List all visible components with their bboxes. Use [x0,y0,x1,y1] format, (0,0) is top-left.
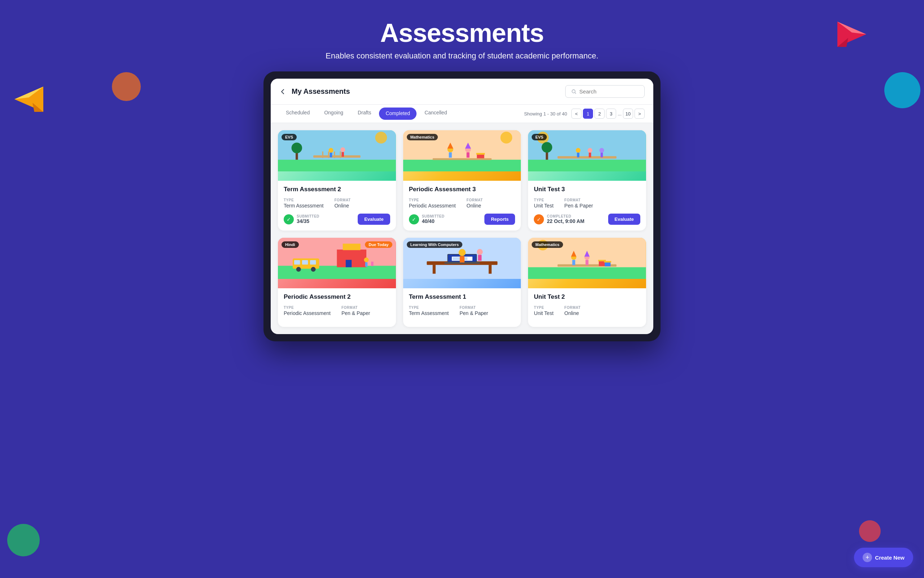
back-arrow-icon [279,88,286,95]
svg-point-43 [600,148,604,153]
card-5-type-value: Term Assessment [409,310,449,316]
card-6-format-block: FORMAT Online [564,305,581,316]
card-1-action-btn[interactable]: Evaluate [358,214,390,225]
card-2-status-value: 40/40 [422,218,445,224]
card-1-status-icon: ✓ [284,214,294,224]
card-3: EVS Unit Test 3 TYPE Unit Test FORMAT Pe… [528,130,646,231]
pagination-prev[interactable]: < [571,109,581,119]
tab-drafts[interactable]: Drafts [351,105,377,123]
card-2-type-label: TYPE [409,198,456,202]
svg-point-41 [587,148,592,153]
search-input[interactable] [579,88,638,94]
svg-rect-79 [573,260,575,265]
svg-rect-53 [294,260,300,265]
card-2: Mathematics Periodic Assessment 3 TYPE P… [403,130,521,231]
svg-point-20 [375,132,387,144]
plus-icon: + [863,553,872,562]
card-3-meta: TYPE Unit Test FORMAT Pen & Paper [534,198,640,209]
tab-cancelled[interactable]: Cancelled [418,105,453,123]
card-4-meta: TYPE Periodic Assessment FORMAT Pen & Pa… [284,305,390,316]
search-box[interactable] [565,85,645,98]
card-4-due-badge: Due Today [365,241,392,248]
svg-point-18 [340,147,345,152]
pagination-page-2[interactable]: 2 [594,109,605,119]
card-1-subject-badge: EVS [281,134,297,140]
svg-rect-8 [278,160,396,172]
tab-scheduled[interactable]: Scheduled [279,105,316,123]
card-2-type-value: Periodic Assessment [409,203,456,209]
card-1: EVS Term Assessment 2 TYPE Term Assessme… [278,130,396,231]
card-3-footer: ✓ COMPLETED 22 Oct, 9:00 AM Evaluate [534,214,640,225]
tabs-bar: Scheduled Ongoing Drafts Completed Cance… [271,105,653,123]
card-1-status-value: 34/35 [297,218,319,224]
card-2-status-text: SUBMITTED 40/40 [422,214,445,224]
svg-rect-59 [371,261,374,266]
svg-point-56 [364,258,369,262]
card-2-footer: ✓ SUBMITTED 40/40 Reports [409,214,516,225]
svg-rect-42 [589,153,592,157]
card-4-format-block: FORMAT Pen & Paper [342,305,370,316]
svg-rect-29 [466,152,469,157]
pagination-page-3[interactable]: 3 [606,109,616,119]
card-4-type-value: Periodic Assessment [284,310,330,316]
card-3-action-btn[interactable]: Evaluate [608,214,640,225]
card-6-subject-badge: Mathematics [532,241,563,248]
card-2-type-block: TYPE Periodic Assessment [409,198,456,209]
card-3-type-label: TYPE [534,198,553,202]
card-2-action-btn[interactable]: Reports [485,214,515,225]
card-6-meta: TYPE Unit Test FORMAT Online [534,305,640,316]
top-bar-left: My Assessments [279,87,350,96]
card-6-format-value: Online [564,310,581,316]
card-2-format-label: FORMAT [467,198,483,202]
create-new-button[interactable]: + Create New [854,548,913,567]
svg-point-23 [500,132,512,144]
card-3-subject-badge: EVS [532,134,547,140]
svg-rect-62 [433,265,435,273]
card-5-format-block: FORMAT Pen & Paper [459,305,488,316]
back-button[interactable] [279,88,286,95]
create-new-label: Create New [875,555,904,561]
svg-rect-40 [577,153,580,157]
card-5-image: Learning With Computers [403,238,521,288]
bg-decoration-red [859,520,881,542]
card-4-image: Hindi Due Today [278,238,396,288]
card-1-footer: ✓ SUBMITTED 34/35 Evaluate [284,214,390,225]
card-3-body: Unit Test 3 TYPE Unit Test FORMAT Pen & … [528,181,646,231]
card-3-status-icon: ✓ [534,214,544,224]
svg-rect-63 [488,265,491,273]
card-5-format-value: Pen & Paper [459,310,488,316]
card-3-status-text: COMPLETED 22 Oct, 9:00 AM [547,214,584,224]
card-1-title: Term Assessment 2 [284,186,390,193]
card-3-type-value: Unit Test [534,203,553,209]
card-4-format-label: FORMAT [342,305,370,310]
svg-rect-32 [433,158,491,160]
pagination-next[interactable]: > [634,109,645,119]
tab-completed[interactable]: Completed [379,107,416,120]
card-5-subject-badge: Learning With Computers [407,241,462,248]
pagination-page-1[interactable]: 1 [583,109,593,119]
svg-point-69 [459,249,465,256]
svg-point-52 [311,267,316,272]
card-1-status: ✓ SUBMITTED 34/35 [284,214,319,224]
card-1-type-block: TYPE Term Assessment [284,198,324,209]
bg-decoration-cyan [884,72,921,108]
svg-rect-86 [604,261,612,263]
card-5-type-label: TYPE [409,305,449,310]
card-6-title: Unit Test 2 [534,293,640,300]
svg-rect-55 [310,260,316,265]
card-1-format-block: FORMAT Online [334,198,350,209]
card-4-format-value: Pen & Paper [342,310,370,316]
pagination-page-10[interactable]: 10 [623,109,633,119]
pagination-info: Showing 1 - 30 of 40 [524,111,567,117]
card-1-status-text: SUBMITTED 34/35 [297,214,319,224]
card-2-status: ✓ SUBMITTED 40/40 [409,214,445,224]
card-1-meta: TYPE Term Assessment FORMAT Online [284,198,390,209]
card-3-title: Unit Test 3 [534,186,640,193]
card-5-type-block: TYPE Term Assessment [409,305,449,316]
tab-ongoing[interactable]: Ongoing [317,105,350,123]
card-2-status-icon: ✓ [409,214,419,224]
card-3-format-label: FORMAT [564,198,593,202]
card-2-format-value: Online [467,203,483,209]
card-3-status-label: COMPLETED [547,214,584,218]
card-1-format-value: Online [334,203,350,209]
